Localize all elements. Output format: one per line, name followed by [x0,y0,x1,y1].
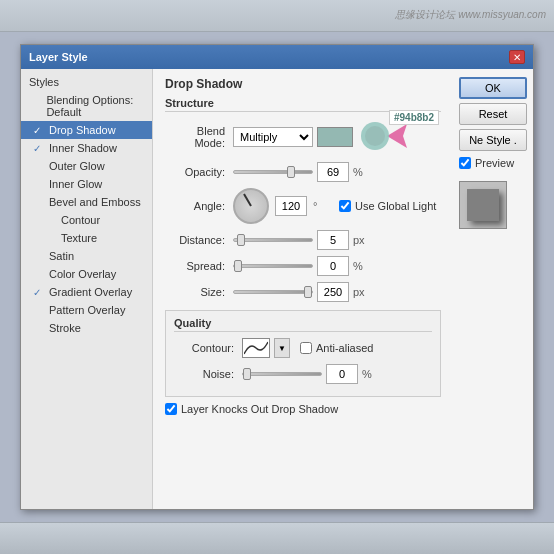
watermark: 思缘设计论坛 www.missyuan.com [395,8,546,22]
layer-knocks-checkbox[interactable] [165,403,177,415]
sidebar-item-inner-shadow[interactable]: Inner Shadow [21,139,152,157]
sidebar-item-texture[interactable]: Texture [21,229,152,247]
color-annotation: #94b8b2 [359,118,407,156]
distance-label: Distance: [165,234,229,246]
opacity-slider[interactable] [233,170,313,174]
preview-box [459,181,507,229]
global-light-row: Use Global Light [339,200,436,212]
sidebar-item-contour[interactable]: Contour [21,211,152,229]
opacity-slider-container: 69 % [233,162,373,182]
angle-unit: ° [313,200,333,212]
noise-slider[interactable] [242,372,322,376]
opacity-slider-thumb[interactable] [287,166,295,178]
anti-aliased-checkbox[interactable] [300,342,312,354]
inner-glow-label: Inner Glow [49,178,102,190]
blend-mode-label: Blend Mode: [165,125,229,149]
opacity-row: Opacity: 69 % [165,162,441,182]
bevel-emboss-label: Bevel and Emboss [49,196,141,208]
preview-checkbox[interactable] [459,157,471,169]
outer-glow-label: Outer Glow [49,160,105,172]
close-button[interactable]: ✕ [509,50,525,64]
new-style-button[interactable]: Ne Style . [459,129,527,151]
styles-label: Styles [21,73,152,91]
color-overlay-label: Color Overlay [49,268,116,280]
contour-dropdown-arrow[interactable]: ▼ [274,338,290,358]
angle-control: 120 ° Use Global Light [233,188,436,224]
size-label: Size: [165,286,229,298]
distance-row: Distance: 5 px [165,230,441,250]
stroke-label: Stroke [49,322,81,334]
sidebar-item-satin[interactable]: Satin [21,247,152,265]
drop-shadow-label: Drop Shadow [49,124,116,136]
distance-slider-thumb[interactable] [237,234,245,246]
noise-slider-thumb[interactable] [243,368,251,380]
dialog-body: Styles Blending Options: Default Drop Sh… [21,69,533,509]
angle-input[interactable]: 120 [275,196,307,216]
noise-input[interactable]: 0 [326,364,358,384]
right-buttons-panel: OK Reset Ne Style . Preview [453,69,533,509]
global-light-label: Use Global Light [355,200,436,212]
global-light-checkbox[interactable] [339,200,351,212]
layer-style-dialog: Layer Style ✕ Styles Blending Options: D… [20,44,534,510]
angle-label: Angle: [165,200,229,212]
sidebar-item-gradient-overlay[interactable]: Gradient Overlay [21,283,152,301]
contour-preview[interactable] [242,338,270,358]
blend-mode-select[interactable]: Multiply [233,127,313,147]
blend-mode-row: Blend Mode: Multiply [165,118,441,156]
texture-label: Texture [61,232,97,244]
distance-unit: px [353,234,373,246]
sidebar-item-stroke[interactable]: Stroke [21,319,152,337]
size-slider[interactable] [233,290,313,294]
gradient-overlay-label: Gradient Overlay [49,286,132,298]
distance-input[interactable]: 5 [317,230,349,250]
sidebar-item-drop-shadow[interactable]: Drop Shadow [21,121,152,139]
inner-shadow-label: Inner Shadow [49,142,117,154]
contour-curve-icon [244,340,268,356]
spread-label: Spread: [165,260,229,272]
opacity-unit: % [353,166,373,178]
contour-row: Contour: ▼ Anti-aliased [174,338,432,358]
noise-label: Noise: [174,368,238,380]
layer-knocks-row: Layer Knocks Out Drop Shadow [165,403,441,415]
sidebar-item-inner-glow[interactable]: Inner Glow [21,175,152,193]
sidebar-item-blending[interactable]: Blending Options: Default [21,91,152,121]
preview-label: Preview [475,157,514,169]
distance-slider-container: 5 px [233,230,373,250]
spread-input[interactable]: 0 [317,256,349,276]
desktop: 思缘设计论坛 www.missyuan.com Layer Style ✕ St… [0,0,554,554]
size-row: Size: 250 px [165,282,441,302]
anti-aliased-label: Anti-aliased [316,342,373,354]
angle-dial[interactable] [233,188,269,224]
sidebar-item-pattern-overlay[interactable]: Pattern Overlay [21,301,152,319]
main-panel: Drop Shadow Structure Blend Mode: Multip… [153,69,453,509]
dialog-title: Layer Style [29,51,88,63]
size-slider-thumb[interactable] [304,286,312,298]
layer-knocks-label: Layer Knocks Out Drop Shadow [181,403,338,415]
quality-title: Quality [174,317,432,332]
reset-button[interactable]: Reset [459,103,527,125]
spread-row: Spread: 0 % [165,256,441,276]
sidebar-item-outer-glow[interactable]: Outer Glow [21,157,152,175]
sidebar-item-color-overlay[interactable]: Color Overlay [21,265,152,283]
spread-slider-thumb[interactable] [234,260,242,272]
size-input[interactable]: 250 [317,282,349,302]
shadow-color-swatch[interactable] [317,127,353,147]
spread-slider[interactable] [233,264,313,268]
angle-row: Angle: 120 ° Use Global Light [165,188,441,224]
noise-row: Noise: 0 % [174,364,432,384]
pattern-overlay-label: Pattern Overlay [49,304,125,316]
angle-needle [243,193,252,206]
opacity-label: Opacity: [165,166,229,178]
sidebar: Styles Blending Options: Default Drop Sh… [21,69,153,509]
opacity-input[interactable]: 69 [317,162,349,182]
distance-slider[interactable] [233,238,313,242]
contour-label: Contour: [174,342,238,354]
drop-shadow-title: Drop Shadow [165,77,441,91]
spread-slider-container: 0 % [233,256,373,276]
contour-label: Contour [61,214,100,226]
color-tooltip: #94b8b2 [389,110,439,125]
noise-slider-container: 0 % [242,364,382,384]
sidebar-item-bevel-emboss[interactable]: Bevel and Emboss [21,193,152,211]
quality-section: Quality Contour: ▼ Anti-aliased [165,310,441,397]
ok-button[interactable]: OK [459,77,527,99]
